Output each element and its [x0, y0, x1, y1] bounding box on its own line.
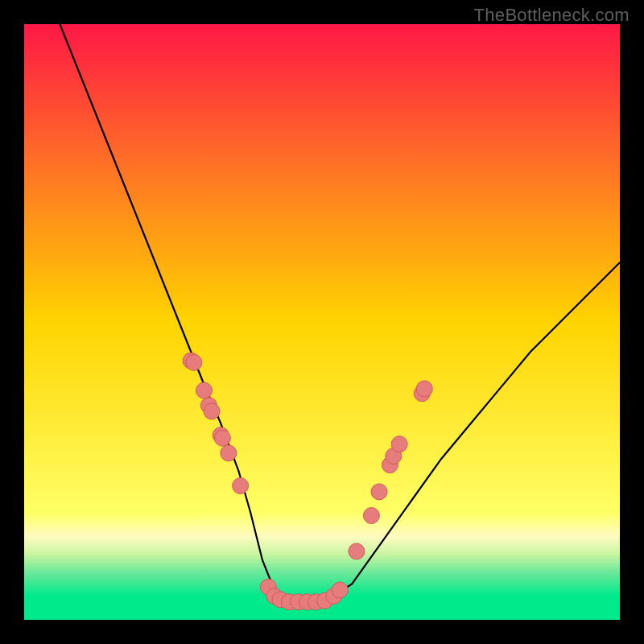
chart-canvas — [0, 0, 644, 644]
data-marker — [233, 478, 249, 494]
plot-bottom-border — [0, 620, 644, 644]
data-marker — [221, 445, 237, 461]
data-marker — [349, 543, 365, 559]
data-marker — [214, 430, 230, 446]
data-marker — [196, 382, 213, 398]
data-marker — [204, 403, 220, 419]
data-marker — [332, 582, 348, 598]
data-marker — [391, 436, 407, 452]
data-marker — [186, 354, 202, 370]
data-marker — [363, 508, 379, 524]
plot-area — [0, 24, 644, 644]
data-marker — [371, 484, 387, 500]
data-marker — [416, 381, 432, 397]
gradient-background — [24, 24, 620, 620]
image-root: TheBottleneck.com — [0, 0, 644, 644]
watermark-text: TheBottleneck.com — [474, 5, 630, 26]
